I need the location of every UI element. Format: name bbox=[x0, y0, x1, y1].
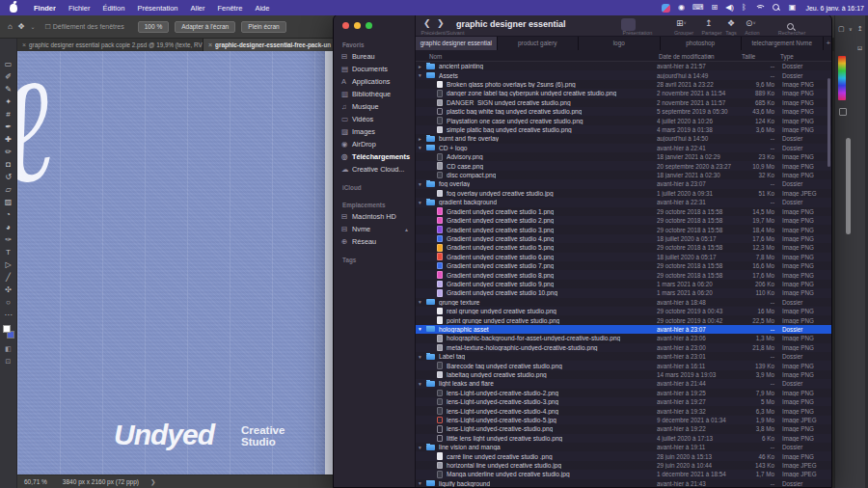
sidebar-item-airdrop[interactable]: ◉AirDrop bbox=[334, 138, 415, 150]
group-icon[interactable]: ⊞∨ bbox=[676, 18, 687, 28]
eyedropper-tool-icon[interactable]: ✒ bbox=[0, 121, 17, 133]
more-tools-icon[interactable]: ⋯ bbox=[0, 309, 17, 321]
sidebar-item-bibliotheque[interactable]: ▥Bibliothèque bbox=[334, 88, 415, 100]
chevron-down-icon[interactable]: ∨ bbox=[849, 26, 853, 32]
disclosure-icon[interactable]: ▸ bbox=[419, 136, 426, 142]
table-row[interactable]: danger zone label tag cyberpunk undyed c… bbox=[416, 89, 832, 97]
creative-cloud-icon[interactable] bbox=[662, 4, 670, 13]
export-icon[interactable]: ↥ bbox=[857, 25, 863, 33]
table-row[interactable]: ▾grunge textureavant-hier à 18:48--Dossi… bbox=[416, 298, 832, 307]
menubar-item-finder[interactable]: Finder bbox=[34, 4, 56, 13]
lasso-tool-icon[interactable]: ✐ bbox=[0, 70, 17, 83]
table-row[interactable]: Broken glass photo overlays by 2suns (6)… bbox=[416, 80, 832, 89]
sidebar-item-telechargements[interactable]: ◎Téléchargements bbox=[334, 150, 415, 163]
menu-bar-clock[interactable]: Jeu. 6 janv. à 16:17 bbox=[805, 5, 864, 12]
table-row[interactable]: real grunge undyed creative studio.png29… bbox=[416, 307, 832, 315]
new-tab-button[interactable]: + bbox=[824, 37, 833, 50]
tab-product-galery[interactable]: product galery bbox=[498, 37, 580, 50]
panel-icon[interactable]: ⊡ bbox=[857, 44, 862, 51]
sidebar-item-creative-cloud[interactable]: ☁Creative Cloud... bbox=[334, 163, 415, 176]
brush-tool-icon[interactable]: ✏ bbox=[0, 146, 17, 158]
table-row[interactable]: lens-Light-undyed-creative-studio-5.jpg9… bbox=[416, 416, 832, 424]
action-icon[interactable]: ⊙∨ bbox=[746, 18, 756, 28]
disclosure-icon[interactable]: ▾ bbox=[419, 200, 426, 205]
disclosure-icon[interactable]: ▾ bbox=[419, 381, 426, 387]
table-row[interactable]: ▸ancient paintingavant-hier à 21:57--Dos… bbox=[416, 62, 832, 70]
table-row[interactable]: ▾CD + logoavant-hier à 22:41--Dossier bbox=[416, 144, 832, 152]
close-button[interactable] bbox=[342, 22, 349, 29]
sidebar-item-macintosh-hd[interactable]: ⊟Macintosh HD bbox=[334, 210, 415, 223]
wifi-icon[interactable] bbox=[754, 4, 765, 13]
table-row[interactable]: ▸burnt and fire overlayaujourd'hui à 14:… bbox=[416, 134, 832, 143]
menubar-item-edition[interactable]: Édition bbox=[102, 4, 124, 13]
disclosure-icon[interactable]: ▾ bbox=[419, 480, 426, 486]
path-select-tool-icon[interactable]: ▷ bbox=[0, 258, 17, 271]
forward-icon[interactable]: ❯ bbox=[437, 18, 445, 28]
menubar-item-fichier[interactable]: Fichier bbox=[68, 4, 91, 13]
table-row[interactable]: ▾holographic assetavant-hier à 23:07--Do… bbox=[416, 325, 832, 334]
color-swatches[interactable] bbox=[0, 323, 17, 342]
document-tab[interactable]: ×graphic designer essential pack copie 2… bbox=[17, 39, 203, 51]
table-row[interactable]: Gradient undyed creative studio 3.png29 … bbox=[416, 225, 832, 233]
disclosure-icon[interactable]: ▾ bbox=[419, 72, 426, 78]
hand-tool-icon[interactable]: ✣ bbox=[0, 284, 17, 296]
fullscreen-button[interactable]: Plein écran bbox=[241, 21, 286, 33]
spotlight-icon[interactable] bbox=[773, 4, 781, 13]
tab-telechargement-nvme[interactable]: telechargement Nvme bbox=[742, 37, 824, 50]
volume-icon[interactable]: ◀) bbox=[725, 0, 734, 15]
quick-select-tool-icon[interactable]: ✎ bbox=[0, 83, 17, 95]
table-row[interactable]: Gradient undyed creative studio 9.png1 m… bbox=[416, 280, 832, 288]
zoom-tool-icon[interactable]: ○ bbox=[0, 296, 17, 309]
table-row[interactable]: holographic-background-for-asset-undyed-… bbox=[416, 334, 832, 342]
hand-icon[interactable]: ✥ bbox=[18, 22, 25, 31]
table-row[interactable]: Manga underline undyed creative studio.j… bbox=[416, 470, 832, 478]
sidebar-item-images[interactable]: ▨Images bbox=[334, 125, 415, 138]
sidebar-item-documents[interactable]: ▤Documents bbox=[334, 63, 415, 75]
table-row[interactable]: DANGER_SIGN undyed creative studio.png2 … bbox=[416, 98, 832, 107]
table-row[interactable]: Playstation one case undyed creative stu… bbox=[416, 116, 832, 124]
menubar-item-fenetre[interactable]: Fenêtre bbox=[218, 4, 243, 13]
zoom-level[interactable]: 60,71 % bbox=[24, 478, 47, 485]
chevron-down-icon[interactable]: ⌄ bbox=[31, 23, 36, 30]
list-scrollbar[interactable] bbox=[827, 78, 830, 167]
status-chevron-icon[interactable]: ❯ bbox=[150, 478, 155, 486]
apple-icon[interactable] bbox=[10, 4, 17, 13]
close-tab-icon[interactable]: × bbox=[208, 41, 212, 48]
table-row[interactable]: ▾Label tagavant-hier à 23:01--Dossier bbox=[416, 352, 832, 361]
menubar-item-presentation[interactable]: Présentation bbox=[137, 4, 177, 13]
sidebar-item-musique[interactable]: ♫Musique bbox=[334, 100, 415, 113]
scroll-windows-checkbox[interactable]: ☐ Défilement des fenêtres bbox=[45, 23, 124, 31]
type-tool-icon[interactable]: T bbox=[0, 246, 17, 258]
table-row[interactable]: carré line undyed creative studio .png28… bbox=[416, 451, 832, 460]
share-icon[interactable]: ↥ bbox=[705, 18, 713, 28]
column-type[interactable]: Type bbox=[780, 53, 794, 60]
disclosure-icon[interactable]: ▾ bbox=[419, 145, 426, 150]
bluetooth-icon[interactable]: ᛒ bbox=[742, 0, 746, 15]
eject-icon[interactable]: ▲ bbox=[404, 227, 409, 232]
zoom-button[interactable] bbox=[366, 22, 372, 29]
menubar-item-aller[interactable]: Aller bbox=[191, 4, 205, 13]
table-row[interactable]: Gradient undyed creative studio 1.png29 … bbox=[416, 207, 832, 216]
home-icon[interactable]: ⌂ bbox=[8, 22, 13, 31]
clone-stamp-tool-icon[interactable]: ◘ bbox=[0, 158, 17, 171]
tab-logo[interactable]: logo bbox=[579, 37, 661, 50]
disclosure-icon[interactable]: ▾ bbox=[419, 326, 426, 332]
table-row[interactable]: ▾gradient backgroundavant-hier à 22:31--… bbox=[416, 198, 832, 206]
line-tool-icon[interactable]: ╱ bbox=[0, 271, 17, 284]
pen-tool-icon[interactable]: ✑ bbox=[0, 233, 17, 246]
sidebar-item-videos[interactable]: ▭Vidéos bbox=[334, 113, 415, 125]
history-brush-tool-icon[interactable]: ↺ bbox=[0, 171, 17, 183]
table-row[interactable]: lens-Light-undyed-creative-studio-3.pnga… bbox=[416, 397, 832, 406]
minimize-button[interactable] bbox=[354, 22, 361, 29]
table-row[interactable]: disc compact.png18 janvier 2021 à 02:303… bbox=[416, 171, 832, 179]
color-spectrum-panel[interactable] bbox=[838, 56, 846, 100]
column-size[interactable]: Taille bbox=[742, 53, 755, 60]
table-row[interactable]: Gradient undyed creative studio 4.png18 … bbox=[416, 234, 832, 243]
table-row[interactable]: Gradient undyed creative studio 2.png29 … bbox=[416, 216, 832, 225]
table-row[interactable]: little lens light undyed creative studio… bbox=[416, 434, 832, 443]
sidebar-item-reseau[interactable]: ⊕Réseau bbox=[334, 235, 415, 248]
table-row[interactable]: Gradient undyed creative studio 5.png29 … bbox=[416, 243, 832, 252]
table-row[interactable]: Gradient undyed creative studio 10.png1 … bbox=[416, 288, 832, 297]
table-row[interactable]: ▾fog overlayavant-hier à 23:07--Dossier bbox=[416, 179, 832, 188]
table-row[interactable]: Barecode tag undyed creative studio.pnga… bbox=[416, 361, 832, 369]
